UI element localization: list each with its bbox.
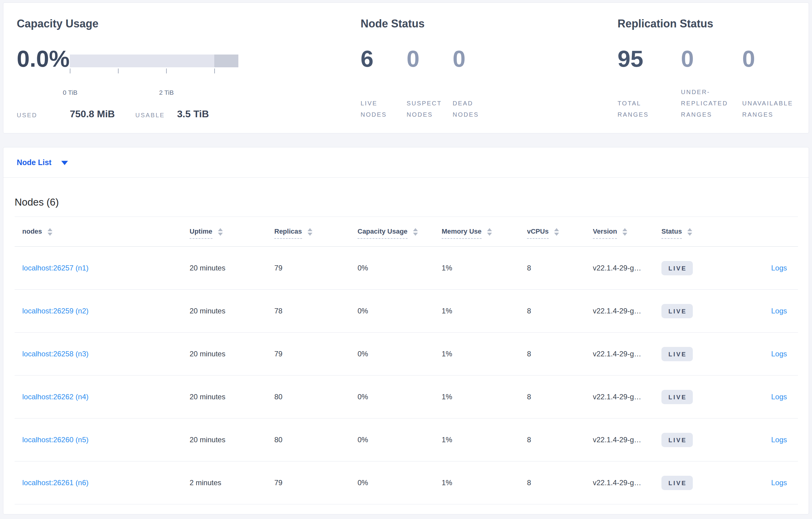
column-header-memory-use[interactable]: Memory Use [442,217,527,247]
stat-label: UNAVAILABLERANGES [742,98,808,120]
capacity-cell: 0% [357,289,442,333]
node-list-card: Node List Nodes (6) nodesUptimeReplicasC… [3,147,809,514]
capacity-cell: 0% [357,419,442,461]
status-badge: LIVE [661,347,693,361]
stat-label-line: DEAD [453,98,508,109]
node-link[interactable]: localhost:26258 (n3) [22,350,88,358]
node-link[interactable]: localhost:26262 (n4) [22,393,88,401]
capacity-usage-section: Capacity Usage 0.0% 0 TiB2 TiB USED 750.… [17,3,352,133]
node-list-dropdown[interactable]: Node List [17,157,68,167]
stat-total-ranges: 95TOTALRANGES [617,46,681,120]
used-label: USED [17,109,70,121]
stat-label: LIVENODES [360,98,407,120]
logs-link[interactable]: Logs [771,264,787,272]
memory-cell: 1% [442,333,527,375]
column-header-label: Version [593,227,617,239]
replication-status-stats: 95TOTALRANGES0UNDER-REPLICATEDRANGES0UNA… [617,46,808,120]
status-badge: LIVE [661,476,693,490]
column-header-uptime[interactable]: Uptime [190,217,274,247]
cluster-overview-page: Capacity Usage 0.0% 0 TiB2 TiB USED 750.… [0,0,812,519]
stat-unavailable-ranges: 0UNAVAILABLERANGES [742,46,808,120]
logs-link[interactable]: Logs [771,393,787,401]
stat-value: 6 [360,46,407,71]
stat-label-line: SUSPECT [407,98,453,109]
replicas-cell: 79 [274,461,357,505]
capacity-usage-title: Capacity Usage [17,17,98,31]
sort-arrows-icon [554,228,559,236]
memory-cell: 1% [442,461,527,505]
capacity-cell: 0% [357,247,442,289]
capacity-cell: 0% [357,461,442,505]
version-cell: v22.1.4-29-g… [593,461,661,505]
capacity-bar [70,55,238,67]
table-row: localhost:26258 (n3)20 minutes790%1%8v22… [14,333,798,375]
column-header-label: vCPUs [527,227,549,239]
stat-under--replicated-ranges: 0UNDER-REPLICATEDRANGES [681,46,742,120]
logs-link[interactable]: Logs [771,435,787,444]
memory-cell: 1% [442,375,527,419]
node-link[interactable]: localhost:26257 (n1) [22,264,88,272]
nodes-table: nodesUptimeReplicasCapacity UsageMemory … [14,217,798,505]
column-header-label: Capacity Usage [357,227,408,239]
column-header-status[interactable]: Status [661,217,728,247]
sort-arrows-icon [48,228,52,236]
memory-cell: 1% [442,419,527,461]
used-value: 750.8 MiB [70,108,135,120]
replicas-cell: 80 [274,375,357,419]
column-header-vcpus[interactable]: vCPUs [527,217,593,247]
version-cell: v22.1.4-29-g… [593,289,661,333]
table-row: localhost:26259 (n2)20 minutes780%1%8v22… [14,289,798,333]
stat-label-line: UNAVAILABLE [742,98,808,109]
sort-arrows-icon [622,228,627,236]
uptime-cell: 2 minutes [190,461,274,505]
column-header-nodes[interactable]: nodes [14,217,190,247]
table-row: localhost:26260 (n5)20 minutes800%1%8v22… [14,419,798,461]
version-cell: v22.1.4-29-g… [593,375,661,419]
capacity-legend: USED 750.8 MiB USABLE 3.5 TiB [17,108,209,121]
stat-dead-nodes: 0DEADNODES [453,46,508,120]
stat-value: 0 [407,46,453,71]
column-header-version[interactable]: Version [593,217,661,247]
memory-cell: 1% [442,289,527,333]
stat-suspect-nodes: 0SUSPECTNODES [407,46,453,120]
column-header-logs [728,217,798,247]
logs-link[interactable]: Logs [771,350,787,358]
version-cell: v22.1.4-29-g… [593,419,661,461]
status-badge: LIVE [661,433,693,447]
node-status-title: Node Status [360,17,425,31]
uptime-cell: 20 minutes [190,333,274,375]
column-header-label: nodes [22,227,42,239]
memory-cell: 1% [442,247,527,289]
column-header-replicas[interactable]: Replicas [274,217,357,247]
nodes-heading: Nodes (6) [14,195,809,209]
node-link[interactable]: localhost:26260 (n5) [22,435,88,444]
stat-label-line: RANGES [742,109,808,120]
sort-arrows-icon [308,228,313,236]
logs-link[interactable]: Logs [771,479,787,487]
capacity-bar-chart: 0 TiB2 TiB [70,55,238,67]
table-row: localhost:26257 (n1)20 minutes790%1%8v22… [14,247,798,289]
vcpus-cell: 8 [527,375,593,419]
node-link[interactable]: localhost:26261 (n6) [22,479,88,487]
stat-value: 0 [742,46,808,71]
node-link[interactable]: localhost:26259 (n2) [22,307,88,315]
stat-label-line: LIVE [360,98,407,109]
logs-link[interactable]: Logs [771,307,787,315]
stat-label-line: REPLICATED [681,98,742,109]
replicas-cell: 78 [274,289,357,333]
stat-value: 95 [617,46,681,71]
stat-label-line: NODES [407,109,453,120]
axis-tick-mark [70,68,70,73]
column-header-capacity-usage[interactable]: Capacity Usage [357,217,442,247]
sort-arrows-icon [487,228,492,236]
capacity-bar-reserved-segment [214,55,238,67]
vcpus-cell: 8 [527,419,593,461]
replicas-cell: 80 [274,419,357,461]
stat-label: DEADNODES [453,98,508,120]
stat-value: 0 [681,46,742,71]
stat-label-line: NODES [453,109,508,120]
axis-tick-label: 0 TiB [63,89,78,96]
axis-tick-mark [166,68,167,73]
vcpus-cell: 8 [527,247,593,289]
usable-value: 3.5 TiB [177,108,209,120]
